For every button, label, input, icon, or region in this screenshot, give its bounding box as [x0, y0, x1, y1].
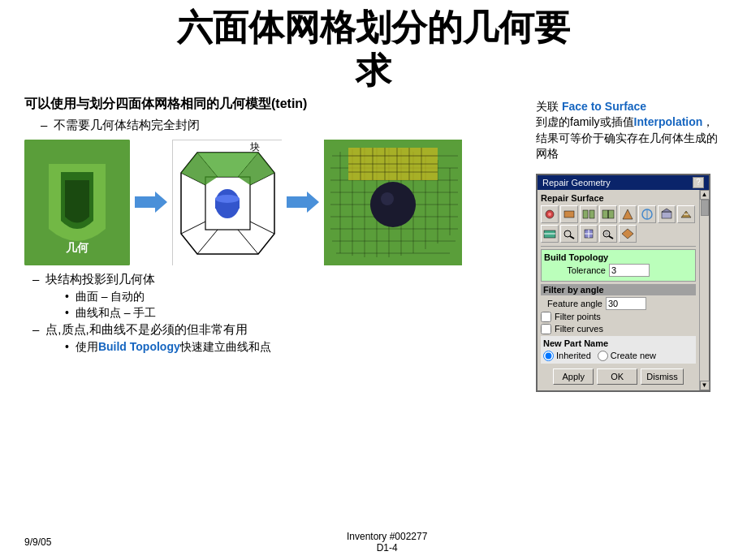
- dot-bullet-3-highlight: Build Topology: [98, 340, 180, 353]
- scroll-thumb[interactable]: [701, 200, 709, 216]
- dot-bullet-3: 使用 Build Topology 快速建立曲线和点: [65, 340, 528, 355]
- dash-bullet-1-text: 块结构投影到几何体: [45, 272, 155, 287]
- block-structure-image: 块: [172, 140, 282, 265]
- svg-point-18: [215, 195, 240, 203]
- svg-marker-60: [623, 209, 633, 219]
- left-content: 可以使用与划分四面体网格相同的几何模型(tetin) 不需要几何体结构完全封闭: [24, 96, 528, 392]
- repair-panel-title: Repair Geometry: [542, 178, 611, 187]
- arrow-2: [287, 190, 319, 214]
- icon-btn-4[interactable]: [599, 205, 617, 223]
- create-new-label: Create new: [611, 351, 656, 360]
- create-new-radio[interactable]: [598, 351, 608, 361]
- svg-marker-64: [662, 209, 671, 212]
- repair-surface-label: Repair Surface: [541, 193, 696, 203]
- svg-rect-57: [589, 210, 594, 218]
- repair-panel-header: Repair Geometry ?: [538, 175, 709, 190]
- svg-point-42: [381, 192, 394, 205]
- dash-bullet-1: 块结构投影到几何体: [24, 272, 528, 287]
- radio-row: Inherited Create new: [543, 351, 693, 361]
- dot-bullet-3-suffix: 快速建立曲线和点: [180, 340, 271, 355]
- title-line2: 求: [356, 50, 391, 90]
- scroll-down-btn[interactable]: ▼: [700, 381, 710, 390]
- build-topology-section: Build Topology Tolerance: [541, 249, 696, 282]
- dot-bullet-1: 曲面 – 自动的: [65, 290, 528, 304]
- dismiss-button[interactable]: Dismiss: [641, 368, 684, 385]
- filter-points-label: Filter points: [555, 312, 601, 321]
- help-button[interactable]: ?: [693, 177, 704, 188]
- dash-bullet-2: 点,质点,和曲线不是必须的但非常有用: [24, 322, 528, 338]
- repair-panel: Repair Geometry ? Repair Surface: [536, 174, 710, 392]
- svg-marker-1: [135, 192, 167, 213]
- svg-marker-76: [622, 229, 633, 239]
- filter-points-row: Filter points: [541, 312, 696, 322]
- right-content: 关联 Face to Surface 到虚的family或插值Interpola…: [536, 96, 723, 392]
- repair-panel-content: Repair Surface: [538, 190, 709, 390]
- new-part-section: New Part Name Inherited Create new: [541, 336, 696, 364]
- sub-bullet-1: 不需要几何体结构完全封闭: [41, 118, 528, 133]
- svg-rect-56: [583, 210, 588, 218]
- icon-btn-12[interactable]: [599, 225, 617, 243]
- geo-label: 几何: [66, 241, 89, 256]
- main-bullet-text: 可以使用与划分四面体网格相同的几何模型(tetin): [24, 96, 528, 113]
- icon-btn-8[interactable]: [677, 205, 695, 223]
- ok-button[interactable]: OK: [597, 368, 637, 385]
- dot-bullet-2: 曲线和点 – 手工: [65, 306, 528, 321]
- svg-line-74: [609, 236, 613, 239]
- title-area: 六面体网格划分的几何要 求: [0, 0, 747, 96]
- content-area: 可以使用与划分四面体网格相同的几何模型(tetin) 不需要几何体结构完全封闭: [0, 96, 747, 392]
- sub-bullet-1-text: 不需要几何体结构完全封闭: [54, 118, 200, 133]
- repair-panel-body: Repair Surface: [538, 190, 699, 390]
- title-line1: 六面体网格划分的几何要: [177, 7, 570, 47]
- scroll-up-btn[interactable]: ▲: [700, 190, 710, 200]
- icon-btn-7[interactable]: [658, 205, 676, 223]
- icon-btn-9[interactable]: [541, 225, 559, 243]
- mesh-image: [324, 140, 462, 265]
- arrow-1: [135, 190, 167, 214]
- inherited-option: Inherited: [543, 351, 591, 361]
- icon-btn-10[interactable]: [560, 225, 578, 243]
- slide-container: 六面体网格划分的几何要 求 可以使用与划分四面体网格相同的几何模型(tetin)…: [0, 0, 747, 560]
- tolerance-input[interactable]: [609, 264, 650, 277]
- icon-btn-1[interactable]: [541, 205, 559, 223]
- images-row: 几何: [24, 140, 528, 265]
- create-new-option: Create new: [598, 351, 656, 361]
- icon-btn-6[interactable]: [638, 205, 656, 223]
- svg-rect-63: [662, 212, 671, 218]
- annotation-bold2: Interpolation: [634, 115, 703, 128]
- icon-btn-3[interactable]: [580, 205, 598, 223]
- feature-angle-input[interactable]: [606, 297, 646, 310]
- apply-button[interactable]: Apply: [553, 368, 594, 385]
- icon-btn-5[interactable]: [619, 205, 637, 223]
- repair-panel-main: Repair Surface: [538, 190, 699, 390]
- dot-bullet-2-text: 曲线和点 – 手工: [76, 306, 157, 321]
- annotation-box: 关联 Face to Surface 到虚的family或插值Interpola…: [536, 96, 723, 166]
- svg-line-69: [570, 236, 574, 239]
- svg-marker-20: [287, 192, 319, 213]
- filter-points-checkbox[interactable]: [541, 312, 551, 322]
- dot-bullet-1-text: 曲面 – 自动的: [76, 290, 145, 304]
- bottom-bullets: 块结构投影到几何体 曲面 – 自动的 曲线和点 – 手工 点,质点,和曲线不是必…: [24, 272, 528, 355]
- icon-btn-2[interactable]: [560, 205, 578, 223]
- icon-grid: [541, 205, 696, 243]
- geometry-image: 几何: [24, 140, 130, 265]
- filter-curves-checkbox[interactable]: [541, 324, 551, 334]
- svg-point-68: [564, 230, 571, 237]
- icon-btn-11[interactable]: [580, 225, 598, 243]
- footer-slide: D1-4: [347, 542, 427, 554]
- feature-angle-row: Feature angle: [541, 297, 696, 310]
- scrollbar[interactable]: ▲ ▼: [699, 190, 709, 390]
- icon-btn-13[interactable]: [619, 225, 637, 243]
- inherited-radio[interactable]: [543, 351, 554, 361]
- annotation-middle: 到虚的family或插值: [536, 115, 634, 128]
- tolerance-row: Tolerance: [544, 264, 693, 277]
- panel-buttons: Apply OK Dismiss: [541, 366, 696, 387]
- build-topology-title: Build Topology: [544, 252, 693, 262]
- dash-bullet-2-text: 点,质点,和曲线不是必须的但非常有用: [45, 322, 247, 338]
- dot-bullet-3-prefix: 使用: [76, 340, 98, 355]
- filter-curves-row: Filter curves: [541, 324, 696, 334]
- footer-inventory: Inventory #002277: [347, 531, 427, 542]
- annotation-prefix: 关联: [536, 100, 562, 113]
- svg-point-54: [548, 213, 551, 216]
- footer-center: Inventory #002277 D1-4: [347, 531, 427, 554]
- tolerance-label: Tolerance: [544, 265, 609, 275]
